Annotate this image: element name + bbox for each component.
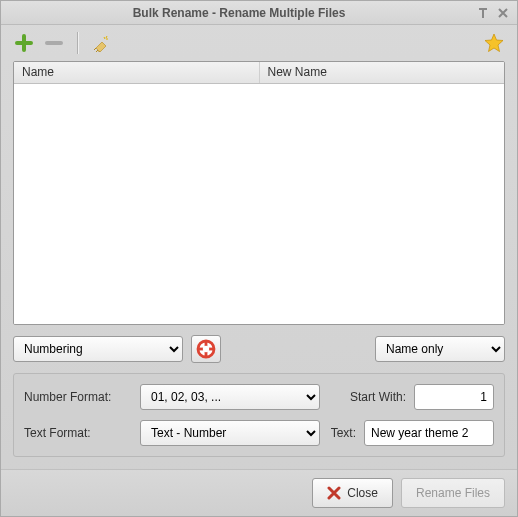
number-format-label: Number Format: [24, 390, 132, 404]
toolbar [1, 25, 517, 61]
svg-rect-0 [479, 8, 487, 10]
window-title: Bulk Rename - Rename Multiple Files [7, 6, 471, 20]
start-with-label: Start With: [328, 390, 406, 404]
rename-mode-select[interactable]: Numbering [13, 336, 183, 362]
close-icon[interactable] [495, 5, 511, 21]
minimize-icon[interactable] [475, 5, 491, 21]
file-list-panel: Name New Name [13, 61, 505, 325]
file-list-header: Name New Name [14, 62, 504, 84]
add-file-button[interactable] [11, 30, 37, 56]
start-with-input[interactable] [414, 384, 494, 410]
titlebar: Bulk Rename - Rename Multiple Files [1, 1, 517, 25]
name-scope-select[interactable]: Name only [375, 336, 505, 362]
text-format-select[interactable]: Text - Number [140, 420, 320, 446]
remove-file-button[interactable] [41, 30, 67, 56]
column-name[interactable]: Name [14, 62, 260, 83]
rename-files-button: Rename Files [401, 478, 505, 508]
svg-point-5 [203, 346, 209, 352]
options-panel: Number Format: 01, 02, 03, ... Start Wit… [13, 373, 505, 457]
text-label: Text: [328, 426, 356, 440]
text-input[interactable] [364, 420, 494, 446]
rename-files-label: Rename Files [416, 486, 490, 500]
mode-row: Numbering Name only [13, 335, 505, 363]
main-content: Name New Name Numbering Name only [1, 61, 517, 469]
column-new-name[interactable]: New Name [260, 62, 505, 83]
help-button[interactable] [191, 335, 221, 363]
svg-rect-1 [482, 10, 484, 18]
toolbar-separator [77, 32, 78, 54]
text-format-label: Text Format: [24, 426, 132, 440]
favorite-button[interactable] [481, 30, 507, 56]
close-x-icon [327, 486, 341, 500]
number-format-select[interactable]: 01, 02, 03, ... [140, 384, 320, 410]
close-button-label: Close [347, 486, 378, 500]
close-button[interactable]: Close [312, 478, 393, 508]
clear-button[interactable] [88, 30, 114, 56]
bulk-rename-window: Bulk Rename - Rename Multiple Files [0, 0, 518, 517]
footer: Close Rename Files [1, 469, 517, 516]
file-list-body[interactable] [14, 84, 504, 324]
